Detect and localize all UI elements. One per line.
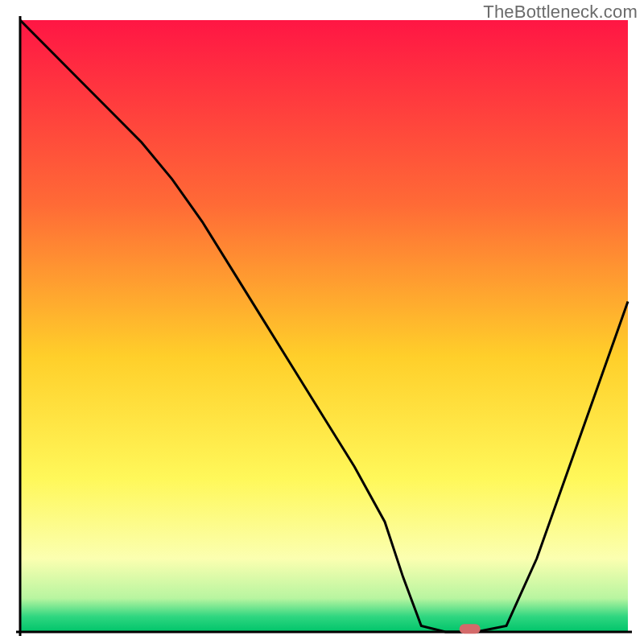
- optimal-point-marker: [460, 624, 481, 634]
- chart-container: TheBottleneck.com: [0, 0, 644, 644]
- watermark-text: TheBottleneck.com: [483, 2, 638, 23]
- bottleneck-curve-chart: [0, 0, 644, 644]
